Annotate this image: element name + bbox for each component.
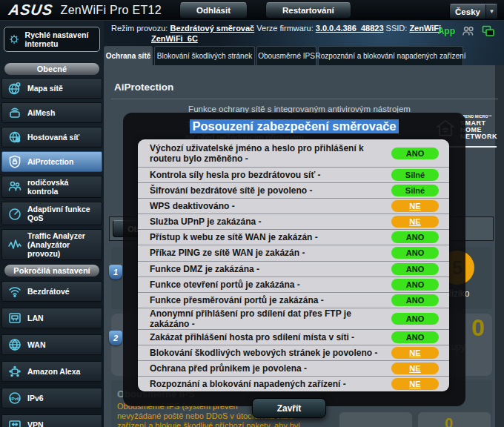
- row-label: Funkce přesměrování portů je zakázána -: [150, 295, 330, 305]
- sidebar-item-adaptive-qos[interactable]: Adaptivní funkce QoS: [1, 202, 102, 225]
- info-line-1: Režim provozu: Bezdrátový směrovač Verze…: [111, 23, 445, 33]
- firmware-link[interactable]: 3.0.0.4.386_48823: [316, 24, 384, 33]
- sidebar-item-vpn[interactable]: VPN: [1, 414, 102, 427]
- page-title: AiProtection: [114, 82, 173, 93]
- clients-icon[interactable]: [462, 25, 475, 37]
- table-row: Ochrana před průnikem je povolena -NE: [138, 361, 449, 377]
- status-badge[interactable]: Silné: [391, 169, 439, 181]
- chevron-down-icon: ▼: [485, 4, 497, 19]
- sidebar-item-guest-network[interactable]: Hostovaná síť: [1, 127, 102, 148]
- status-badge[interactable]: NE: [391, 347, 439, 359]
- status-badge[interactable]: NE: [391, 200, 439, 212]
- access-count: 0: [471, 314, 485, 342]
- sidebar-item-traffic-analyzer[interactable]: Traffic Analyzer (Analyzátor provozu): [1, 229, 102, 260]
- tab-two-way-ips[interactable]: Obousměrné IPS: [256, 46, 316, 65]
- gear-wrench-icon: [9, 31, 21, 47]
- sidebar-item-label: AiMesh: [27, 108, 55, 117]
- ips-stat-box-2: [418, 412, 491, 427]
- sidebar-item-label: rodičovská kontrola: [27, 178, 99, 196]
- row-label: Kontrola síly hesla pro bezdrátovou síť …: [150, 170, 326, 180]
- status-badge[interactable]: ANO: [391, 247, 439, 259]
- table-row: Funkce přesměrování portů je zakázána -A…: [138, 293, 449, 308]
- status-badge[interactable]: NE: [391, 216, 439, 228]
- top-bar: ASUS ZenWiFi Pro ET12 Odhlásit Restartov…: [0, 0, 504, 21]
- qos-gauge-icon: [7, 206, 22, 221]
- top-icon-group: App: [438, 25, 495, 37]
- logout-button[interactable]: Odhlásit: [179, 2, 248, 19]
- table-row: Kontrola síly hesla pro bezdrátovou síť …: [138, 168, 449, 183]
- ips-stat-box-1: [339, 412, 412, 427]
- status-badge[interactable]: ANO: [391, 263, 439, 275]
- security-assessment-table: Výchozí uživatelské jméno a heslo pro př…: [138, 139, 449, 391]
- router-admin-screen: ASUS ZenWiFi Pro ET12 Odhlásit Restartov…: [0, 0, 504, 427]
- sidebar-advanced-items: Bezdrátové LAN WAN Amazon Alexa: [1, 281, 102, 427]
- network-devices-icon[interactable]: [482, 25, 495, 37]
- modal-title-wrap: Posouzení zabezpečení směrovače: [123, 119, 465, 133]
- row-label: Zakázat přihlášení hosta pro sdílení mís…: [150, 332, 360, 342]
- product-name: ZenWiFi Pro ET12: [61, 4, 162, 17]
- tab-infected-device-blocking[interactable]: Rozpoznání a blokování napadených zaříze…: [318, 46, 463, 65]
- row-label: Přístup k webu ze sítě WAN je zakázán -: [150, 232, 324, 242]
- firmware-label: Verze firmwaru:: [256, 24, 313, 33]
- table-row: Blokování škodlivých webových stránek je…: [138, 345, 449, 361]
- info-bar: Režim provozu: Bezdrátový směrovač Verze…: [111, 23, 445, 44]
- sidebar-item-aimesh[interactable]: AiMesh: [1, 102, 102, 123]
- table-row: WPS deaktivováno -NE: [138, 199, 449, 214]
- tab-bar: Ochrana sítě Blokování škodlivých stráne…: [104, 46, 465, 65]
- quick-internet-setup-button[interactable]: Rychlé nastavení internetu: [4, 27, 100, 52]
- status-badge[interactable]: ANO: [391, 313, 439, 325]
- status-badge[interactable]: NE: [391, 363, 439, 374]
- status-badge[interactable]: NE: [391, 378, 439, 390]
- table-row: Šifrování bezdrátové sítě je povoleno -S…: [138, 183, 449, 199]
- status-badge[interactable]: ANO: [391, 294, 439, 306]
- status-badge[interactable]: ANO: [391, 231, 439, 243]
- sidebar-item-label: Adaptivní funkce QoS: [27, 205, 99, 222]
- sidebar-section-advanced: Pokročilá nastavení: [4, 265, 99, 277]
- row-label: Šifrování bezdrátové sítě je povoleno -: [150, 185, 318, 196]
- svg-text:IPv6: IPv6: [10, 397, 20, 401]
- row-label: Rozpoznání a blokování napadených zaříze…: [150, 379, 352, 389]
- row-label: Příkaz PING ze sítě WAN je zakázán -: [150, 248, 311, 258]
- parental-controls-icon: [7, 179, 22, 194]
- sidebar-item-label: LAN: [27, 314, 44, 322]
- sidebar-item-wan[interactable]: WAN: [1, 334, 102, 355]
- table-row: Rozpoznání a blokování napadených zaříze…: [138, 377, 449, 391]
- status-badge[interactable]: ANO: [391, 279, 439, 291]
- sidebar-item-label: Bezdrátové: [27, 287, 70, 296]
- row-label: Ochrana před průnikem je povolena -: [150, 363, 313, 374]
- sidebar-item-lan[interactable]: LAN: [1, 308, 102, 328]
- table-row: Výchozí uživatelské jméno a heslo pro př…: [138, 139, 449, 168]
- table-row: Služba UPnP je zakázána -NE: [138, 214, 449, 230]
- tab-malicious-sites-blocking[interactable]: Blokování škodlivých stránek: [154, 46, 255, 65]
- sidebar-item-label: Hostovaná síť: [27, 133, 79, 142]
- wan-globe-icon: [7, 337, 22, 352]
- language-dropdown[interactable]: Česky ▼: [449, 4, 498, 19]
- tab-network-protection[interactable]: Ochrana sítě: [104, 46, 153, 65]
- info-line-2: ZenWiFi_6C: [151, 33, 445, 44]
- ssid-link-1[interactable]: ZenWiFi: [409, 24, 441, 33]
- sidebar-item-amazon-alexa[interactable]: Amazon Alexa: [1, 361, 102, 382]
- close-modal-button[interactable]: Zavřít: [252, 398, 326, 418]
- table-row: Anonymní přihlášení pro sdílení dat přes…: [138, 308, 449, 330]
- app-link[interactable]: App: [438, 26, 455, 36]
- table-row: Přístup k webu ze sítě WAN je zakázán -A…: [138, 230, 449, 245]
- sidebar-item-parental-controls[interactable]: rodičovská kontrola: [1, 176, 102, 198]
- ssid-label: SSID:: [386, 24, 408, 33]
- table-row: Příkaz PING ze sítě WAN je zakázán -ANO: [138, 245, 449, 261]
- row-label: Funkce DMZ je zakázána -: [150, 264, 265, 274]
- status-badge[interactable]: ANO: [391, 148, 439, 159]
- sidebar-item-network-map[interactable]: Mapa sítě: [1, 78, 102, 99]
- row-label: Výchozí uživatelské jméno a heslo pro př…: [150, 143, 391, 164]
- step-2-badge: 2: [109, 331, 122, 345]
- status-badge[interactable]: Silné: [391, 185, 439, 196]
- language-value: Česky: [450, 7, 485, 16]
- mode-link[interactable]: Bezdrátový směrovač: [170, 24, 254, 33]
- sidebar-item-ipv6[interactable]: IPv6 IPv6: [1, 388, 102, 408]
- reboot-button[interactable]: Restartování: [265, 2, 351, 19]
- sidebar-item-wireless[interactable]: Bezdrátové: [1, 281, 102, 302]
- mode-label: Režim provozu:: [111, 24, 168, 33]
- ssid-link-2[interactable]: ZenWiFi_6C: [151, 34, 198, 43]
- sidebar-item-aiprotection[interactable]: AiProtection: [1, 151, 102, 172]
- status-badge[interactable]: ANO: [391, 331, 439, 343]
- table-row: Zakázat přihlášení hosta pro sdílení mís…: [138, 330, 449, 345]
